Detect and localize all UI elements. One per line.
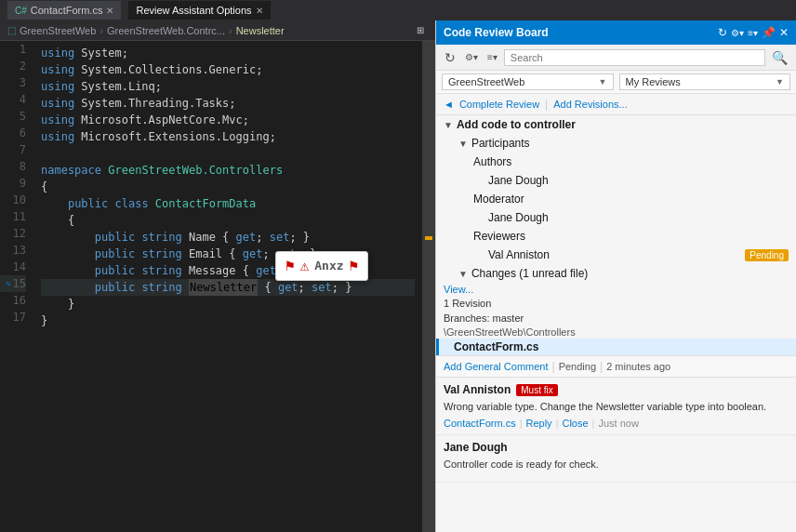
editor-panel: ⬚ GreenStreetWeb › GreenStreetWeb.Contrc… [0,20,435,532]
authors-label: Authors [473,155,511,168]
tree-root[interactable]: ▼ Add code to controller [436,115,796,134]
comment-2: Jane Dough Controller code is ready for … [436,435,796,482]
status-badge: Pending [745,249,789,261]
comment-body-2: Controller code is ready for check. [444,458,789,472]
app-container: C# ContactForm.cs ✕ Review Assistant Opt… [0,0,796,532]
code-editor[interactable]: 1 2 3 4 5 6 7 ⊟ 8 9 ⊟ 10 11 [0,41,435,532]
title-bar: C# ContactForm.cs ✕ Review Assistant Opt… [0,0,796,20]
tab-review[interactable]: Review Assistant Options ✕ [128,1,270,20]
code-lines[interactable]: using System; using System.Collections.G… [33,41,422,532]
toolbar-icon-2[interactable]: ⚙▾ [462,51,481,63]
revision-text: 1 Revision [436,296,796,311]
complete-review-button[interactable]: Complete Review [459,99,539,110]
reviews-dropdown[interactable]: My Reviews ▼ [619,73,791,90]
comment-time-1: Just now [598,418,638,429]
review-header: Code Review Board ↻ ⚙▾ ≡▾ 📌 ✕ [436,20,796,45]
breadcrumb-project[interactable]: GreenStreetWeb [20,25,96,36]
flag-icon: ⚑ [350,258,359,274]
editor-margin [422,41,435,532]
moderator-section: Moderator [436,190,796,208]
review-board: Code Review Board ↻ ⚙▾ ≡▾ 📌 ✕ ↻ ⚙▾ ≡▾ 🔍 [435,20,796,532]
reply-link[interactable]: Reply [526,418,552,429]
review-content: GreenStreetWeb ▼ My Reviews ▼ ◄ Comple [436,71,796,532]
filter-icon[interactable]: ≡▾ [748,28,758,38]
add-comment-link[interactable]: Add General Comment [444,361,549,372]
error-icon: ⚑ [285,258,295,274]
reviewer-name: Val Anniston [488,248,550,261]
tab-label: Review Assistant Options [136,5,251,16]
margin-indicator [425,236,432,240]
tooltip-popup: ⚑ ⚠ Anxz ⚑ [275,251,368,281]
comment-action-bar: Add General Comment | Pending | 2 minute… [436,355,796,378]
project-icon: ⬚ [7,25,16,35]
dropdown-row: GreenStreetWeb ▼ My Reviews ▼ [436,71,796,94]
file-item[interactable]: ContactForm.cs [436,339,796,355]
participants-section[interactable]: ▼ Participants [436,134,796,153]
settings-icon[interactable]: ⚙▾ [731,28,744,38]
warning-icon: ⚠ [300,258,310,274]
branch-text: Branches: master [436,311,796,326]
comment-header-1: Val Anniston Must fix [444,383,789,396]
chevron-down-icon: ▼ [776,77,784,86]
collapse-icon[interactable]: ▼ [458,139,468,149]
reviewers-section: Reviewers [436,227,796,246]
close-icon[interactable]: ✕ [106,6,113,16]
toolbar-icon-3[interactable]: ≡▾ [484,51,500,63]
reviewer-item: Val Anniston Pending [436,246,796,264]
review-toolbar: ↻ ⚙▾ ≡▾ 🔍 [436,45,796,71]
pin-icon[interactable]: 📌 [762,26,776,39]
project-dropdown[interactable]: GreenStreetWeb ▼ [442,73,614,90]
moderator-label: Moderator [473,193,524,206]
comment-links-1: ContactForm.cs | Reply | Close | Just no… [444,418,789,429]
collapse-icon[interactable]: ▼ [458,269,468,279]
reviews-dropdown-label: My Reviews [626,76,681,87]
comment-body-1: Wrong variable type. Change the Newslett… [444,400,789,414]
chevron-down-icon: ▼ [599,77,607,86]
moderator-item: Jane Dough [436,208,796,227]
close-icon[interactable]: ✕ [779,26,789,39]
participants-label: Participants [471,137,530,150]
author-item: Jane Dough [436,171,796,190]
authors-section: Authors [436,153,796,171]
review-board-title: Code Review Board [444,26,549,39]
tab-label: ContactForm.cs [31,5,103,16]
changes-section[interactable]: ▼ Changes (1 unread file) [436,264,796,283]
search-input[interactable] [504,49,765,66]
back-button[interactable]: ◄ [444,99,454,110]
changes-label: Changes (1 unread file) [471,267,588,280]
refresh-icon[interactable]: ↻ [718,26,727,39]
time-ago: 2 minutes ago [606,361,670,372]
nav-buttons: ◄ Complete Review | Add Revisions... [436,94,796,115]
file-path: \GreenStreetWeb\Controllers [436,326,796,339]
breadcrumb: ⬚ GreenStreetWeb › GreenStreetWeb.Contrc… [0,20,435,41]
section-title: Add code to controller [457,118,576,131]
search-icon[interactable]: 🔍 [769,49,790,66]
reviewers-label: Reviewers [473,230,525,243]
tooltip-label: Anxz [314,258,343,274]
toolbar-icon-1[interactable]: ↻ [442,49,458,66]
line-numbers: 1 2 3 4 5 6 7 ⊟ 8 9 ⊟ 10 11 [0,41,33,532]
breadcrumb-file[interactable]: GreenStreetWeb.Contrc... [107,25,225,36]
contactform-link[interactable]: ContactForm.cs [444,418,516,429]
project-dropdown-label: GreenStreetWeb [448,76,524,87]
expand-button[interactable]: ⊞ [413,23,428,37]
view-link-row: View... [436,283,796,296]
content-area: ⬚ GreenStreetWeb › GreenStreetWeb.Contrc… [0,20,796,532]
view-link[interactable]: View... [436,282,481,297]
breadcrumb-item-active: Newsletter [236,25,285,36]
moderator-name: Jane Dough [488,211,549,224]
pending-status: Pending [559,361,596,372]
close-icon[interactable]: ✕ [256,6,263,16]
tab-contactform[interactable]: C# ContactForm.cs ✕ [7,1,121,20]
must-fix-badge: Must fix [516,384,557,396]
author-name: Jane Dough [488,174,549,187]
comment-author-1: Val Anniston [444,383,511,396]
comment-author-2: Jane Dough [444,441,508,454]
file-icon: C# [15,6,27,16]
close-link[interactable]: Close [562,418,588,429]
comment-1: Val Anniston Must fix Wrong variable typ… [436,378,796,435]
comment-header-2: Jane Dough [444,441,789,454]
add-revisions-button[interactable]: Add Revisions... [553,99,627,110]
collapse-icon[interactable]: ▼ [444,120,453,130]
header-icons: ↻ ⚙▾ ≡▾ 📌 ✕ [718,26,789,39]
